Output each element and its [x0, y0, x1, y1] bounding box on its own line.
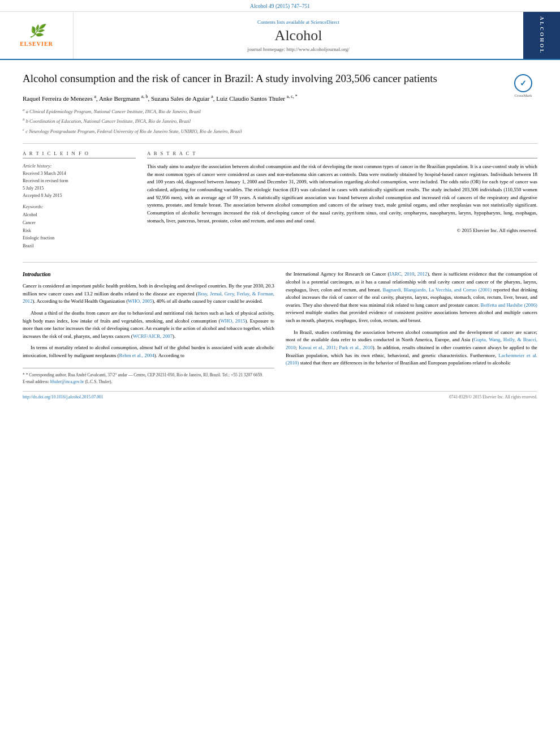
footnote-corresponding: * * Corresponding author. Rua André Cava…: [23, 372, 274, 379]
ref-who-2015-link[interactable]: WHO, 2015: [220, 318, 245, 324]
ref-lachenmeier-link[interactable]: Lachenmeier et al. (2010): [286, 353, 537, 366]
ref-iarc-2010-link[interactable]: IARC, 2010: [390, 271, 415, 277]
ref-bagnardi-link[interactable]: Bagnardi, Blangiardo, La Vecchia, and Co…: [383, 287, 492, 293]
body-right-col: the International Agency for Research on…: [286, 271, 537, 385]
journal-name-heading: Alcohol: [275, 27, 322, 44]
keywords-title: Keywords:: [23, 204, 136, 209]
affiliation-b: b b Coordination of Education, National …: [23, 117, 503, 125]
ref-iarc-2012-link[interactable]: 2012: [417, 271, 428, 277]
divider-1: [23, 143, 537, 144]
footnote-corresponding-text: * Corresponding author. Rua André Cavalc…: [26, 372, 263, 377]
copyright-line: © 2015 Elsevier Inc. All rights reserved…: [147, 227, 537, 235]
right-para-1: the International Agency for Research on…: [286, 271, 537, 324]
article-info-col: A R T I C L E I N F O Article history: R…: [23, 151, 136, 254]
issn-line: 0741-8329/© 2015 Elsevier Inc. All right…: [449, 394, 537, 400]
keyword-brazil: Brazil: [23, 242, 136, 250]
article-info-heading: A R T I C L E I N F O: [23, 151, 136, 158]
ref-rehm-link[interactable]: Rehm et al., 2004: [119, 353, 154, 358]
main-content: Alcohol consumption and the risk of canc…: [0, 60, 560, 408]
journal-ref-text: Alcohol 49 (2015) 747–751: [250, 3, 310, 9]
article-title-text-block: Alcohol consumption and the risk of canc…: [23, 71, 503, 136]
affiliation-c: c c Neurology Postgraduate Program, Fede…: [23, 127, 503, 135]
affiliation-a: a a Clinical Epidemiology Program, Natio…: [23, 107, 503, 115]
footnote-area: * * Corresponding author. Rua André Cava…: [23, 368, 274, 385]
bottom-bar: http://dx.doi.org/10.1016/j.alcohol.2015…: [23, 391, 537, 400]
article-title-section: Alcohol consumption and the risk of canc…: [23, 71, 537, 136]
intro-para-2: About a third of the deaths from cancer …: [23, 310, 274, 341]
keyword-etiologic-fraction: Etiologic fraction: [23, 234, 136, 242]
email-name-text: (L.C.S. Thuler).: [85, 379, 112, 384]
journal-logo-right: ALCOHOL: [523, 12, 560, 59]
journal-reference: Alcohol 49 (2015) 747–751: [0, 0, 560, 12]
abstract-text: This study aims to analyze the associati…: [147, 163, 537, 235]
article-info-abstract-section: A R T I C L E I N F O Article history: R…: [23, 151, 537, 254]
journal-header: 🌿 ELSEVIER Contents lists available at S…: [0, 12, 560, 60]
introduction-heading: Introduction: [23, 271, 274, 279]
journal-center: Contents lists available at ScienceDirec…: [74, 12, 523, 59]
body-left-col: Introduction Cancer is considered an imp…: [23, 271, 274, 385]
article-history-title: Article history:: [23, 163, 136, 169]
authors-line: Raquel Ferreira de Menezes a, Anke Bergm…: [23, 93, 503, 104]
footnote-email: E-mail address: lthuler@inca.gov.br (L.C…: [23, 379, 274, 385]
revised-date: 5 July 2015: [23, 185, 136, 192]
ref-boffetta-link[interactable]: Boffetta and Hashibe (2006): [481, 302, 537, 308]
accepted-date: Accepted 8 July 2015: [23, 192, 136, 200]
right-para-2: In Brazil, studies confirming the associ…: [286, 329, 537, 367]
abstract-heading: A B S T R A C T: [147, 151, 537, 158]
contents-text: Contents lists available at: [257, 19, 309, 25]
crossmark-label: CrossMark: [514, 93, 532, 98]
keyword-risk: Risk: [23, 227, 136, 235]
keyword-alcohol: Alcohol: [23, 211, 136, 219]
ref-wcrf-link[interactable]: WCRF/AICR, 2007: [133, 333, 173, 339]
email-label-text: E-mail address:: [23, 379, 49, 384]
keyword-cancer: Cancer: [23, 219, 136, 227]
abstract-body-text: This study aims to analyze the associati…: [147, 164, 537, 223]
sciencedirect-link[interactable]: ScienceDirect: [311, 19, 339, 25]
email-link[interactable]: lthuler@inca.gov.br: [50, 379, 84, 384]
homepage-text: journal homepage: http://www.alcoholjour…: [247, 46, 350, 52]
body-section: Introduction Cancer is considered an imp…: [23, 271, 537, 385]
elsevier-logo: 🌿 ELSEVIER: [0, 12, 74, 59]
intro-para-1: Cancer is considered an important public…: [23, 282, 274, 306]
crossmark-badge[interactable]: ✓ CrossMark: [509, 74, 537, 98]
abstract-col: A B S T R A C T This study aims to analy…: [147, 151, 537, 254]
ref-who-2005-link[interactable]: WHO, 2005: [128, 298, 152, 304]
elsevier-text: ELSEVIER: [20, 40, 53, 48]
article-history-group: Article history: Received 3 March 2014 R…: [23, 163, 136, 199]
revised-label: Received in revised form: [23, 178, 136, 185]
article-title: Alcohol consumption and the risk of canc…: [23, 71, 503, 87]
contents-available-line: Contents lists available at ScienceDirec…: [257, 19, 339, 25]
keywords-group: Keywords: Alcohol Cancer Risk Etiologic …: [23, 204, 136, 250]
doi-line: http://dx.doi.org/10.1016/j.alcohol.2015…: [23, 394, 104, 400]
alcohol-logo-text: ALCOHOL: [539, 16, 545, 54]
intro-para-3: In terms of mortality related to alcohol…: [23, 344, 274, 359]
ref-park-link[interactable]: Park et al., 2010: [339, 345, 373, 350]
divider-2: [23, 262, 537, 263]
ref-kawai-link[interactable]: Kawai et al., 2011: [299, 345, 336, 350]
doi-link[interactable]: http://dx.doi.org/10.1016/j.alcohol.2015…: [23, 394, 104, 400]
journal-homepage-line: journal homepage: http://www.alcoholjour…: [247, 46, 350, 52]
crossmark-icon: ✓: [514, 74, 532, 92]
received-date: Received 3 March 2014: [23, 170, 136, 178]
